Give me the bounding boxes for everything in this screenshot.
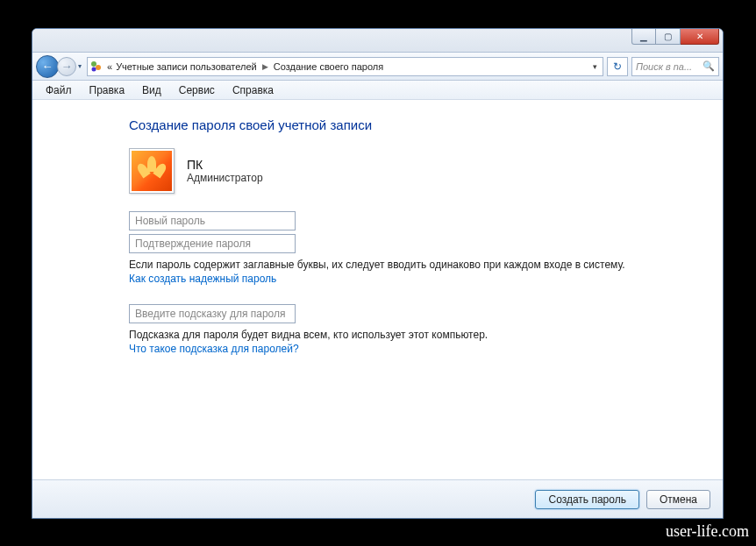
- nav-buttons: ← → ▾: [36, 55, 83, 78]
- svg-point-0: [91, 61, 96, 67]
- search-input[interactable]: Поиск в па... 🔍: [631, 57, 719, 76]
- cancel-button[interactable]: Отмена: [646, 490, 710, 509]
- content-area: Создание пароля своей учетной записи ПК …: [32, 100, 723, 479]
- address-bar[interactable]: « Учетные записи пользователей ▶ Создани…: [87, 57, 603, 76]
- footer-bar: Создать пароль Отмена: [32, 479, 723, 518]
- breadcrumb-segment-1[interactable]: Учетные записи пользователей: [116, 61, 257, 72]
- user-text: ПК Администратор: [187, 158, 263, 184]
- user-info-row: ПК Администратор: [129, 148, 703, 194]
- menu-help[interactable]: Справка: [225, 82, 282, 98]
- svg-point-1: [96, 65, 101, 70]
- confirm-password-input[interactable]: [129, 234, 296, 253]
- menu-tools[interactable]: Сервис: [171, 82, 223, 98]
- chevron-right-icon: ▶: [260, 62, 270, 71]
- menu-view[interactable]: Вид: [134, 82, 169, 98]
- minimize-button[interactable]: ▁: [631, 29, 656, 45]
- flower-icon: [132, 151, 172, 191]
- address-dropdown[interactable]: ▾: [589, 62, 601, 71]
- menu-file[interactable]: Файл: [38, 82, 80, 98]
- refresh-button[interactable]: ↻: [607, 57, 628, 76]
- search-icon: 🔍: [703, 60, 715, 72]
- window-buttons: ▁ ▢ ✕: [631, 29, 719, 45]
- user-accounts-icon: [89, 60, 103, 74]
- avatar: [129, 148, 175, 194]
- password-hint-input[interactable]: [129, 304, 296, 323]
- watermark-text: user-life.com: [666, 522, 749, 541]
- maximize-button[interactable]: ▢: [656, 29, 681, 45]
- nav-history-dropdown[interactable]: ▾: [78, 62, 82, 70]
- svg-point-2: [92, 67, 96, 71]
- hint-block: Подсказка для пароля будет видна всем, к…: [129, 304, 703, 355]
- navigation-bar: ← → ▾ « Учетные записи пользователей ▶ С…: [32, 53, 723, 81]
- menu-edit[interactable]: Правка: [82, 82, 133, 98]
- window-frame: ▁ ▢ ✕ ← → ▾ « Учетные записи пользовател…: [32, 28, 724, 519]
- create-password-button[interactable]: Создать пароль: [535, 490, 638, 509]
- menu-bar: Файл Правка Вид Сервис Справка: [32, 81, 723, 100]
- hint-help-link[interactable]: Что такое подсказка для паролей?: [129, 343, 703, 355]
- titlebar: ▁ ▢ ✕: [32, 29, 723, 53]
- user-name: ПК: [187, 158, 263, 172]
- hint-info-text: Подсказка для пароля будет видна всем, к…: [129, 329, 703, 341]
- breadcrumb-segment-2[interactable]: Создание своего пароля: [274, 61, 384, 72]
- user-role: Администратор: [187, 172, 263, 184]
- search-placeholder: Поиск в па...: [636, 61, 692, 72]
- back-button[interactable]: ←: [36, 55, 59, 78]
- page-title: Создание пароля своей учетной записи: [129, 117, 703, 132]
- strong-password-link[interactable]: Как создать надежный пароль: [129, 273, 703, 285]
- caps-info-text: Если пароль содержит заглавные буквы, их…: [129, 259, 703, 271]
- close-button[interactable]: ✕: [681, 29, 719, 45]
- new-password-input[interactable]: [129, 211, 296, 230]
- addr-prefix: «: [107, 61, 112, 72]
- forward-button[interactable]: →: [57, 57, 76, 76]
